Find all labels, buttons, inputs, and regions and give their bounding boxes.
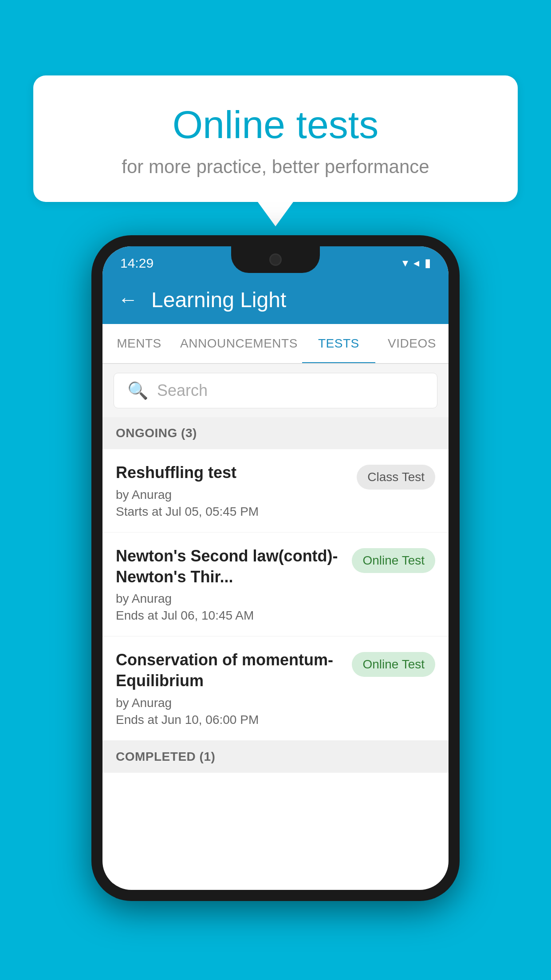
status-icons: ▾ ◂ ▮ [402, 256, 431, 270]
wifi-icon: ▾ [402, 256, 408, 270]
signal-icon: ◂ [413, 256, 419, 270]
speech-bubble-container: Online tests for more practice, better p… [33, 75, 518, 226]
app-title: Learning Light [151, 288, 286, 312]
speech-bubble-tail [258, 202, 293, 226]
search-placeholder-text: Search [157, 381, 208, 400]
test-title: Newton's Second law(contd)-Newton's Thir… [116, 546, 343, 588]
phone-notch [231, 246, 320, 273]
back-button[interactable]: ← [118, 288, 138, 311]
test-badge-online: Online Test [352, 548, 435, 573]
ongoing-section-header: ONGOING (3) [102, 417, 449, 449]
speech-bubble-subtitle: for more practice, better performance [55, 156, 496, 178]
speech-bubble: Online tests for more practice, better p… [33, 75, 518, 202]
test-time: Ends at Jun 10, 06:00 PM [116, 713, 343, 727]
tabs-container: MENTS ANNOUNCEMENTS TESTS VIDEOS [102, 324, 449, 364]
test-item[interactable]: Reshuffling test by Anurag Starts at Jul… [102, 449, 449, 533]
test-time: Starts at Jul 05, 05:45 PM [116, 505, 348, 519]
test-author: by Anurag [116, 696, 343, 710]
test-badge-class: Class Test [357, 465, 435, 490]
phone-screen: 14:29 ▾ ◂ ▮ ← Learning Light MENTS ANNOU… [102, 246, 449, 890]
test-author: by Anurag [116, 488, 348, 502]
phone-camera [269, 253, 282, 266]
test-item[interactable]: Newton's Second law(contd)-Newton's Thir… [102, 533, 449, 637]
speech-bubble-title: Online tests [55, 102, 496, 147]
test-info: Conservation of momentum-Equilibrium by … [116, 650, 343, 727]
test-title: Conservation of momentum-Equilibrium [116, 650, 343, 692]
test-list: Reshuffling test by Anurag Starts at Jul… [102, 449, 449, 741]
test-info: Reshuffling test by Anurag Starts at Jul… [116, 462, 348, 519]
test-title: Reshuffling test [116, 462, 348, 483]
search-icon: 🔍 [127, 381, 148, 400]
search-input[interactable]: 🔍 Search [114, 373, 437, 408]
tab-videos[interactable]: VIDEOS [375, 324, 449, 363]
test-badge-online-2: Online Test [352, 652, 435, 677]
tab-tests[interactable]: TESTS [302, 324, 375, 363]
phone-frame: 14:29 ▾ ◂ ▮ ← Learning Light MENTS ANNOU… [91, 235, 460, 901]
search-container: 🔍 Search [102, 364, 449, 417]
battery-icon: ▮ [425, 256, 431, 270]
test-author: by Anurag [116, 592, 343, 606]
test-item[interactable]: Conservation of momentum-Equilibrium by … [102, 636, 449, 741]
test-time: Ends at Jul 06, 10:45 AM [116, 609, 343, 623]
app-bar: ← Learning Light [102, 275, 449, 324]
status-time: 14:29 [120, 256, 153, 271]
completed-section-header: COMPLETED (1) [102, 741, 449, 773]
test-info: Newton's Second law(contd)-Newton's Thir… [116, 546, 343, 623]
phone-container: 14:29 ▾ ◂ ▮ ← Learning Light MENTS ANNOU… [91, 235, 460, 901]
tab-announcements[interactable]: ANNOUNCEMENTS [176, 324, 302, 363]
tab-ments[interactable]: MENTS [102, 324, 176, 363]
